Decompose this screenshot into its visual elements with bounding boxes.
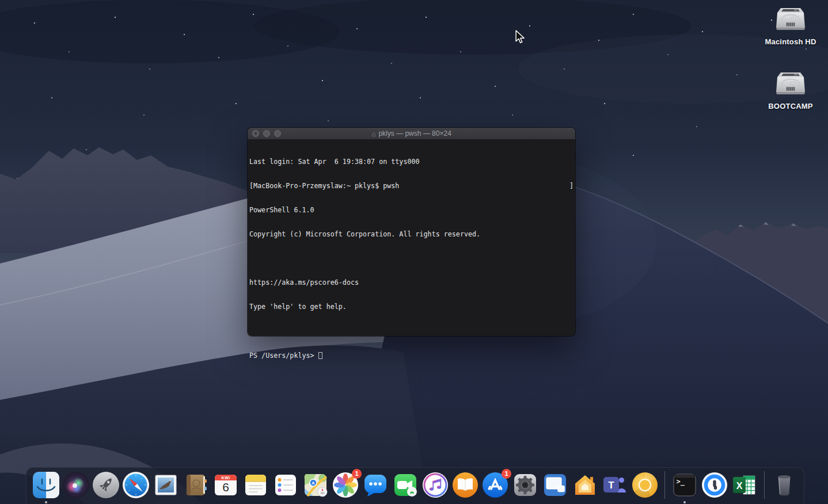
dock-item-books[interactable] (451, 471, 479, 499)
dock-item-microsoft-excel[interactable]: X (731, 471, 758, 499)
drive-label: Macintosh HD (765, 37, 816, 46)
excel-letter: X (736, 481, 743, 491)
dock-item-mail[interactable] (152, 471, 180, 499)
terminal-output-line (249, 327, 573, 335)
dock-item-system-preferences[interactable] (511, 471, 539, 499)
siri-icon (62, 471, 90, 499)
mail-stamp-icon (152, 471, 180, 499)
hard-drive-icon (774, 5, 807, 33)
books-icon (451, 471, 479, 499)
prompt-text: PS /Users/pklys> (249, 352, 318, 360)
dock-item-launchpad[interactable] (92, 471, 120, 499)
dock-item-itunes[interactable] (421, 471, 449, 499)
dock-item-facetime[interactable] (392, 471, 419, 499)
chrome-canary-icon (631, 471, 659, 499)
notification-badge: 1 (502, 469, 511, 479)
dock-item-messages[interactable] (362, 471, 389, 499)
window-titlebar[interactable]: ⌂pklys — pwsh — 80×24 (248, 128, 575, 140)
terminal-content[interactable]: Last login: Sat Apr 6 19:38:07 on ttys00… (248, 139, 575, 336)
minimize-button[interactable] (263, 130, 270, 137)
dock-item-reminders[interactable] (272, 471, 299, 499)
messages-bubble-icon (362, 471, 389, 499)
hard-drive-icon (774, 69, 807, 98)
dock-item-terminal[interactable]: >_ (671, 471, 698, 499)
maps-icon: A 3D (302, 471, 329, 499)
terminal-cursor (318, 352, 322, 359)
running-indicator (45, 501, 47, 503)
running-indicator (683, 501, 686, 503)
terminal-output-line: Copyright (c) Microsoft Corporation. All… (249, 230, 573, 238)
dock-item-contacts[interactable] (182, 471, 210, 499)
dock-item-trash[interactable] (770, 471, 798, 499)
dock-item-finder[interactable] (32, 471, 60, 499)
dock: KWI 6 A (26, 467, 804, 504)
system-preferences-gear-icon (511, 471, 539, 499)
teams-icon: T (601, 471, 629, 499)
calendar-month: KWI (221, 476, 230, 480)
1password-icon (701, 471, 728, 499)
facetime-camera-icon (392, 471, 419, 499)
dock-item-notes[interactable] (242, 471, 269, 499)
dock-item-chrome-canary[interactable] (631, 471, 659, 499)
notification-badge: 1 (352, 469, 362, 479)
desktop-icon-macintosh-hd[interactable]: Macintosh HD (756, 5, 825, 46)
home-proxy-icon: ⌂ (371, 130, 375, 138)
excel-icon: X (731, 471, 758, 499)
dock-item-photos[interactable]: 1 (332, 471, 359, 499)
terminal-prompt-line: PS /Users/pklys> (249, 351, 573, 359)
calendar-day: 6 (222, 480, 229, 494)
reminders-icon (272, 471, 299, 499)
dock-item-app-store[interactable]: 1 (481, 471, 509, 499)
terminal-output-line (249, 254, 573, 262)
terminal-glyph: >_ (677, 478, 685, 486)
terminal-mark-right: ] (569, 182, 573, 190)
dock-item-1password[interactable] (701, 471, 728, 499)
dock-item-safari[interactable] (122, 471, 150, 499)
dock-item-home[interactable] (571, 471, 599, 499)
window-title: ⌂pklys — pwsh — 80×24 (248, 129, 575, 138)
terminal-window: ⌂pklys — pwsh — 80×24 Last login: Sat Ap… (248, 128, 575, 336)
safari-compass-icon (122, 471, 150, 499)
calendar-icon: KWI 6 (212, 471, 240, 499)
dock-separator (664, 471, 665, 499)
dock-item-screen-sharing[interactable] (541, 471, 569, 499)
dock-separator (764, 471, 765, 499)
screen-sharing-displays-icon (541, 471, 569, 499)
teams-letter: T (608, 480, 614, 491)
dock-item-microsoft-teams[interactable]: T (601, 471, 629, 499)
dock-item-calendar[interactable]: KWI 6 (212, 471, 240, 499)
finder-icon (32, 471, 60, 499)
zoom-button[interactable] (274, 130, 281, 137)
itunes-music-icon (421, 471, 449, 499)
terminal-output-line: [MacBook-Pro-Przemyslaw:~ pklys$ pwsh] (249, 182, 573, 190)
dock-item-siri[interactable] (62, 471, 90, 499)
contacts-book-icon (182, 471, 210, 499)
terminal-output-line: Last login: Sat Apr 6 19:38:07 on ttys00… (249, 158, 573, 166)
launchpad-rocket-icon (92, 471, 120, 499)
terminal-output-line: https://aka.ms/pscore6-docs (249, 278, 573, 287)
dock-item-maps[interactable]: A 3D (302, 471, 329, 499)
desktop-icon-bootcamp[interactable]: BOOTCAMP (756, 69, 825, 110)
notes-icon (242, 471, 269, 499)
terminal-output-line: Type 'help' to get help. (249, 303, 573, 311)
maps-3d-badge: 3D (320, 491, 325, 495)
terminal-app-icon: >_ (671, 471, 698, 499)
svg-text:A: A (312, 480, 315, 486)
drive-label: BOOTCAMP (768, 102, 812, 110)
close-button[interactable] (252, 130, 259, 137)
home-house-icon (571, 471, 599, 499)
terminal-output-line: PowerShell 6.1.0 (249, 206, 573, 214)
trash-icon (770, 471, 798, 499)
